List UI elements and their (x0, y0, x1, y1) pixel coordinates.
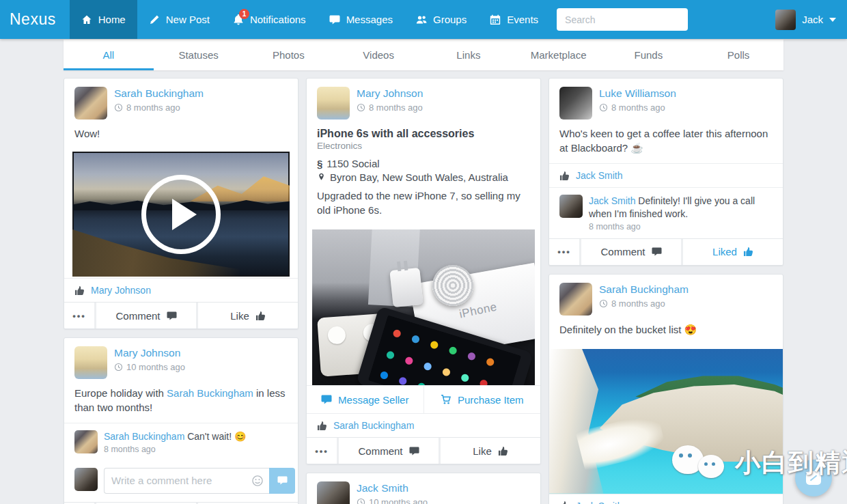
nav-item-label: New Post (166, 14, 210, 25)
feed-filter-tabbar: All Statuses Photos Videos Links Marketp… (64, 40, 783, 70)
post-actions: ••• Comment Liked (549, 238, 783, 265)
tab-polls[interactable]: Polls (693, 40, 783, 70)
comment-timestamp: 8 months ago (589, 222, 773, 232)
nav-item-label: Events (507, 14, 538, 25)
more-options-button[interactable]: ••• (549, 239, 579, 265)
post-author-link[interactable]: Jack Smith (357, 481, 428, 494)
pencil-icon (149, 14, 160, 25)
like-button[interactable]: Like (198, 303, 298, 328)
post-header: Sarah Buckingham 8 months ago (549, 275, 783, 321)
comment-author-link[interactable]: Jack Smith (589, 195, 635, 206)
chevron-down-icon (829, 18, 836, 22)
comment-author-link[interactable]: Sarah Buckingham (104, 431, 184, 442)
top-navbar: Nexus Home New Post 1 Notifications Mess… (0, 0, 847, 39)
avatar[interactable] (559, 87, 592, 120)
tab-marketplace[interactable]: Marketplace (514, 40, 604, 70)
avatar[interactable] (74, 87, 107, 120)
charger-cube (389, 268, 423, 307)
tab-funds[interactable]: Funds (604, 40, 694, 70)
listing-photo[interactable]: iPhone (312, 229, 535, 385)
avatar[interactable] (74, 346, 107, 379)
post-header: Jack Smith 10 months ago (307, 473, 540, 504)
video-thumbnail[interactable] (72, 152, 290, 277)
liked-button[interactable]: Liked (683, 239, 783, 265)
nav-item-new-post[interactable]: New Post (137, 0, 221, 39)
listing-description: Upgraded to the new iPhone 7, so selling… (307, 187, 540, 225)
mention-link[interactable]: Sarah Buckingham (167, 387, 253, 399)
tab-videos[interactable]: Videos (333, 40, 424, 70)
post-author-link[interactable]: Sarah Buckingham (599, 283, 689, 296)
home-icon (81, 14, 92, 25)
post-card-mary-listing: Mary Johnson 8 months ago iPhone 6s with… (306, 78, 541, 464)
nav-item-messages[interactable]: Messages (318, 0, 404, 39)
comment-input[interactable] (104, 468, 269, 494)
clock-icon (114, 363, 123, 372)
nav-item-groups[interactable]: Groups (404, 0, 478, 39)
message-seller-button[interactable]: Message Seller (307, 386, 424, 413)
likes-row: Sarah Buckingham (307, 413, 540, 437)
avatar (775, 10, 796, 30)
wechat-icon (672, 444, 731, 482)
listing-price: § 1150 Social (307, 156, 540, 171)
avatar[interactable] (317, 87, 350, 120)
comment-input-row (64, 461, 298, 502)
clock-icon (114, 103, 123, 112)
more-options-button[interactable]: ••• (64, 303, 94, 328)
post-author-link[interactable]: Luke Williamson (599, 87, 676, 100)
liker-link[interactable]: Sarah Buckingham (333, 420, 414, 431)
play-button-icon[interactable] (141, 175, 221, 254)
clock-icon (357, 103, 365, 112)
liker-link[interactable]: Jack Smith (576, 501, 622, 504)
nav-item-label: Groups (433, 14, 467, 25)
more-options-button[interactable]: ••• (307, 438, 337, 464)
post-author-link[interactable]: Mary Johnson (114, 346, 185, 359)
comment-button[interactable]: Comment (96, 303, 196, 328)
post-actions: ••• Comment Like (307, 437, 540, 464)
comment: Sarah Buckingham Can't wait! 😊 8 months … (64, 423, 298, 461)
post-card-jack: Jack Smith 10 months ago (306, 473, 541, 504)
post-author-link[interactable]: Mary Johnson (357, 87, 423, 100)
post-timestamp: 10 months ago (357, 497, 428, 504)
post-timestamp: 8 months ago (114, 102, 204, 113)
search-input[interactable] (557, 8, 688, 31)
liker-link[interactable]: Jack Smith (576, 170, 622, 181)
comment-icon (652, 247, 662, 257)
post-text: Definitely on the bucket list 😍 (549, 321, 783, 345)
liker-link[interactable]: Mary Johnson (91, 285, 151, 296)
comment-button[interactable]: Comment (339, 438, 439, 464)
avatar[interactable] (317, 481, 350, 504)
post-author-link[interactable]: Sarah Buckingham (114, 87, 204, 100)
comment-icon (409, 446, 419, 456)
nav-item-home[interactable]: Home (70, 0, 137, 39)
comment-button[interactable]: Comment (581, 239, 681, 265)
user-name: Jack (802, 14, 823, 25)
avatar[interactable] (74, 430, 98, 453)
like-button[interactable]: Like (441, 438, 540, 464)
feed-content: Sarah Buckingham 8 months ago Wow! Mary … (64, 78, 783, 504)
nav-item-label: Notifications (250, 14, 306, 25)
brand-logo[interactable]: Nexus (0, 0, 70, 39)
comment-timestamp: 8 months ago (104, 445, 246, 454)
nav-item-notifications[interactable]: 1 Notifications (221, 0, 318, 39)
post-text: Wow! (64, 125, 298, 149)
clock-icon (599, 299, 608, 308)
nav-item-events[interactable]: Events (478, 0, 550, 39)
nav-item-label: Home (98, 14, 126, 25)
comment-body: Sarah Buckingham Can't wait! 😊 (104, 430, 246, 443)
bell-icon: 1 (233, 14, 244, 25)
comment-body: Jack Smith Definitely! I'll give you a c… (589, 195, 773, 221)
avatar[interactable] (559, 283, 592, 316)
tab-photos[interactable]: Photos (244, 40, 334, 70)
purchase-item-button[interactable]: Purchase Item (424, 386, 541, 413)
tab-links[interactable]: Links (424, 40, 514, 70)
user-menu[interactable]: Jack (764, 0, 847, 39)
likes-row: Jack Smith (549, 163, 783, 187)
location-pin-icon (317, 172, 326, 182)
tab-all[interactable]: All (64, 40, 154, 70)
avatar[interactable] (559, 195, 583, 218)
like-icon (743, 247, 753, 257)
post-text: Europe holiday with Sarah Buckingham in … (64, 384, 298, 423)
tab-statuses[interactable]: Statuses (154, 40, 244, 70)
emoji-picker-icon[interactable] (251, 475, 264, 487)
send-comment-button[interactable] (269, 468, 295, 494)
